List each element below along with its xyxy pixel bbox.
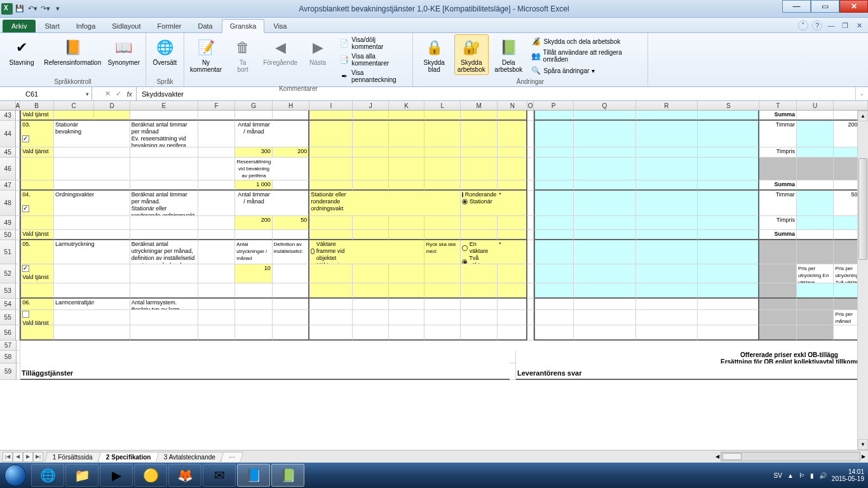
vertical-scrollbar[interactable]: ▲ ▼ [857, 111, 868, 450]
maximize-button[interactable]: ▭ [811, 0, 839, 13]
col-D[interactable]: D [94, 101, 130, 110]
radio-framme[interactable]: Väktare framme vid objektet [311, 241, 351, 262]
sheet-tab-2[interactable]: 2 Specifikation [98, 452, 159, 462]
col-P[interactable]: P [534, 101, 574, 110]
oversatt-button[interactable]: 🌐Översätt [150, 34, 180, 68]
tray-sound-icon[interactable]: 🔊 [819, 472, 827, 479]
col-N[interactable]: N [498, 101, 527, 110]
tab-formler[interactable]: Formler [150, 20, 189, 32]
last-sheet-icon[interactable]: ▶| [33, 452, 43, 462]
col-S[interactable]: S [698, 101, 759, 110]
col-V[interactable] [834, 101, 868, 110]
visa-penna-button[interactable]: ✒Visa pennanteckning [337, 69, 409, 84]
taskbar-word[interactable]: 📘 [237, 464, 270, 487]
scroll-up-icon[interactable]: ▲ [858, 111, 868, 121]
tray-battery-icon[interactable]: ▮ [810, 472, 814, 479]
close-button[interactable]: ✕ [839, 0, 868, 13]
tab-data[interactable]: Data [190, 20, 220, 32]
tab-file[interactable]: Arkiv [3, 20, 36, 32]
checkbox-icon[interactable] [22, 205, 29, 212]
col-E[interactable]: E [130, 101, 198, 110]
ribbon: ✔︎Stavning 📙Referensinformation 📖Synonym… [0, 33, 868, 87]
radio-stationar[interactable]: Stationär [462, 198, 496, 205]
col-Q[interactable]: Q [574, 101, 635, 110]
radio-tva[interactable]: Två väktare [462, 255, 496, 264]
col-M[interactable]: M [461, 101, 498, 110]
first-sheet-icon[interactable]: |◀ [3, 452, 13, 462]
col-K[interactable]: K [389, 101, 425, 110]
tray-clock[interactable]: 14:012015-05-19 [832, 468, 864, 482]
synonymer-button[interactable]: 📖Synonymer [105, 34, 142, 68]
expand-formula-icon[interactable]: ⌄ [855, 87, 868, 100]
col-J[interactable]: J [353, 101, 389, 110]
tillat-anvandare-button[interactable]: 👥Tillåt användare att redigera områden [529, 48, 644, 64]
spara-andringar-button[interactable]: 🔍Spåra ändringar ▾ [529, 65, 644, 76]
tab-start[interactable]: Start [37, 20, 67, 32]
cell[interactable]: Antal timmar / månad [235, 121, 272, 147]
col-F[interactable]: F [198, 101, 235, 110]
help-icon[interactable]: ? [812, 20, 822, 30]
wb-close-icon[interactable]: ✕ [854, 20, 864, 30]
nasta-button[interactable]: ▶Nästa [301, 34, 334, 68]
skydda-dela-button[interactable]: 🔏Skydda och dela arbetsbok [529, 36, 644, 47]
tray-lang[interactable]: SV [774, 472, 782, 479]
col-O[interactable]: O [527, 101, 534, 110]
tab-sidlayout[interactable]: Sidlayout [104, 20, 148, 32]
taskbar-explorer[interactable]: 📁 [65, 464, 98, 487]
checkbox-icon[interactable] [22, 265, 29, 272]
start-button[interactable] [0, 463, 31, 488]
col-H[interactable]: H [273, 101, 309, 110]
cell[interactable]: 03. [20, 121, 54, 147]
taskbar-mail[interactable]: ✉ [203, 464, 236, 487]
scroll-thumb[interactable] [858, 158, 867, 260]
tab-visa[interactable]: Visa [266, 20, 294, 32]
tray-network-icon[interactable]: 🏳 [799, 472, 805, 479]
ta-bort-button[interactable]: 🗑Ta bort [226, 34, 259, 75]
taskbar-excel[interactable]: 📗 [271, 464, 304, 487]
scroll-down-icon[interactable]: ▼ [858, 439, 868, 450]
new-sheet-button[interactable]: ⋯ [220, 452, 243, 462]
sheet-tab-3[interactable]: 3 Avtalstecknande [156, 452, 224, 462]
name-box[interactable]: C61 [0, 87, 92, 100]
taskbar-ie[interactable]: 🌐 [31, 464, 64, 487]
ny-kommentar-button[interactable]: 📝Ny kommentar [188, 34, 224, 75]
taskbar-firefox[interactable]: 🦊 [168, 464, 201, 487]
checkbox-icon[interactable] [22, 311, 29, 318]
checkbox-icon[interactable] [22, 135, 29, 142]
col-T[interactable]: T [759, 101, 796, 110]
worksheet[interactable]: A B C D E F G H I J K L M N O P Q R S T … [0, 101, 868, 450]
skydda-blad-button[interactable]: 🔒Skydda blad [417, 34, 452, 75]
tab-granska[interactable]: Granska [222, 19, 265, 33]
next-sheet-icon[interactable]: ▶ [23, 452, 33, 462]
col-U[interactable]: U [797, 101, 834, 110]
wb-minimize-icon[interactable]: — [826, 20, 836, 30]
dela-arbetsbok-button[interactable]: 📗Dela arbetsbok [491, 34, 526, 75]
horizontal-scroll[interactable]: ◀ ▶ [241, 452, 868, 461]
wb-restore-icon[interactable]: ❐ [840, 20, 850, 30]
minimize-button[interactable]: — [782, 0, 811, 13]
tab-infoga[interactable]: Infoga [69, 20, 104, 32]
skydda-arbetsbok-button[interactable]: 🔐Skydda arbetsbok [454, 34, 489, 75]
tray-flag-icon[interactable]: ▲ [787, 472, 794, 479]
col-L[interactable]: L [424, 101, 461, 110]
sheet-tab-1[interactable]: 1 Försättssida [44, 452, 101, 462]
select-all-corner[interactable] [0, 101, 16, 110]
row-header[interactable]: 43 [0, 111, 16, 121]
radio-en[interactable]: En väktare [462, 241, 496, 255]
referensinformation-button[interactable]: 📙Referensinformation [42, 34, 103, 68]
col-G[interactable]: G [235, 101, 272, 110]
visa-dolj-button[interactable]: 📄Visa/dölj kommentar [337, 36, 409, 51]
col-R[interactable]: R [636, 101, 698, 110]
prev-sheet-icon[interactable]: ◀ [13, 452, 23, 462]
radio-ronderande[interactable]: Ronderande [462, 191, 496, 198]
foregaende-button[interactable]: ◀Föregående [262, 34, 299, 68]
col-C[interactable]: C [54, 101, 94, 110]
visa-alla-button[interactable]: 📑Visa alla kommentarer [337, 52, 409, 67]
stavning-button[interactable]: ✔︎Stavning [4, 34, 39, 68]
col-I[interactable]: I [309, 101, 353, 110]
minimize-ribbon-icon[interactable]: ˄ [798, 20, 808, 30]
col-B[interactable]: B [20, 101, 54, 110]
cell[interactable]: Vald tjänst [20, 111, 54, 121]
taskbar-media[interactable]: ▶ [100, 464, 133, 487]
taskbar-chrome[interactable]: 🟡 [134, 464, 167, 487]
